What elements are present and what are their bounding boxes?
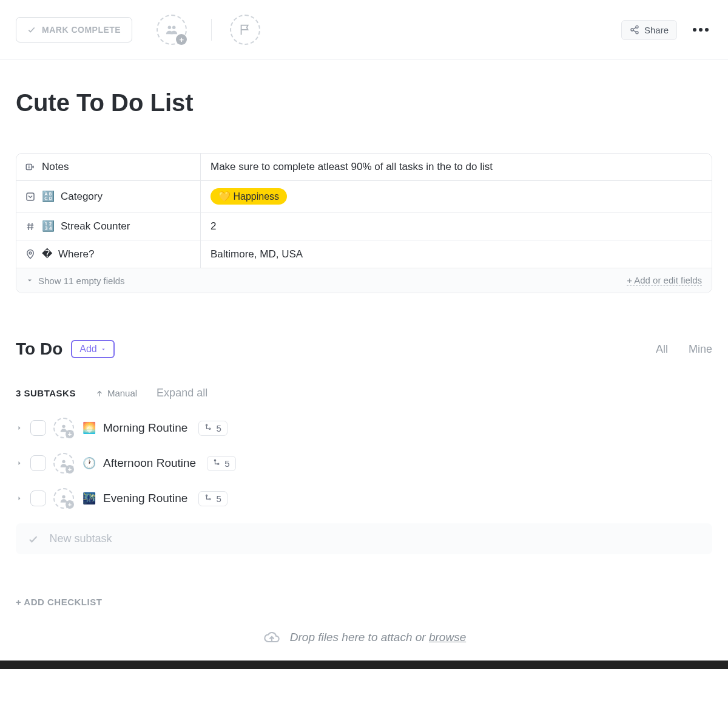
field-name: Notes: [42, 161, 69, 173]
check-icon: [27, 25, 36, 34]
location-icon: [25, 249, 36, 260]
field-value-where[interactable]: Baltimore, MD, USA: [201, 240, 712, 268]
task-emoji: 🕐: [83, 457, 96, 470]
task-emoji: 🌃: [83, 492, 96, 505]
flag-icon: [238, 23, 252, 36]
sort-button[interactable]: Manual: [95, 388, 137, 398]
tab-all[interactable]: All: [656, 343, 668, 356]
svg-point-4: [636, 32, 638, 34]
task-title: Afternoon Routine: [103, 457, 196, 470]
attachment-dropzone[interactable]: Drop files here to attach or browse: [0, 618, 728, 661]
assignee-button[interactable]: +: [53, 453, 74, 474]
subtask-count: 3 SUBTASKS: [16, 388, 76, 398]
add-checklist-button[interactable]: + ADD CHECKLIST: [0, 554, 728, 618]
dot-icon: [699, 28, 703, 32]
svg-rect-8: [27, 193, 34, 200]
task-row[interactable]: + 🌅 Morning Routine 5: [16, 410, 712, 446]
show-empty-fields-button[interactable]: Show 11 empty fields: [26, 276, 125, 286]
dot-icon: [705, 28, 709, 32]
list-header: To Do Add All Mine: [0, 293, 728, 359]
field-value-streak[interactable]: 2: [201, 212, 712, 240]
svg-point-3: [631, 29, 633, 31]
subtask-count-badge[interactable]: 5: [207, 456, 235, 471]
people-icon: [165, 23, 178, 36]
field-row-category: 🔠 Category 💛 Happiness: [16, 181, 712, 212]
field-label: Notes: [16, 154, 201, 180]
field-name: Where?: [58, 248, 95, 260]
category-pill: 💛 Happiness: [211, 188, 287, 205]
svg-rect-7: [26, 165, 32, 170]
caret-right-icon[interactable]: [16, 460, 23, 467]
field-emoji: 🔠: [42, 190, 55, 203]
task-row[interactable]: + 🌃 Evening Routine 5: [16, 481, 712, 516]
new-subtask-row[interactable]: [16, 523, 712, 554]
browse-link[interactable]: browse: [429, 631, 466, 644]
svg-line-6: [633, 30, 636, 32]
toolbar: MARK COMPLETE + Share: [0, 0, 728, 60]
plus-badge-icon: +: [66, 430, 74, 438]
field-label: 🔢 Streak Counter: [16, 212, 201, 240]
share-button[interactable]: Share: [621, 20, 677, 40]
subtask-count-badge[interactable]: 5: [198, 421, 227, 436]
count-value: 5: [224, 458, 229, 469]
assignee-button[interactable]: +: [53, 418, 74, 438]
new-subtask-input[interactable]: [49, 532, 700, 545]
field-emoji: 🔢: [42, 220, 55, 233]
svg-point-22: [209, 498, 211, 500]
plus-badge-icon: +: [66, 465, 74, 474]
mark-complete-label: MARK COMPLETE: [42, 25, 121, 35]
svg-point-20: [62, 495, 65, 498]
count-value: 5: [216, 423, 221, 433]
subtask-bar: 3 SUBTASKS Manual Expand all: [0, 359, 728, 410]
dot-icon: [693, 28, 696, 32]
svg-line-11: [29, 223, 29, 230]
svg-point-16: [209, 428, 211, 429]
svg-point-0: [168, 26, 172, 30]
field-label: 🔠 Category: [16, 181, 201, 212]
task-checkbox[interactable]: [30, 420, 46, 436]
mark-complete-button[interactable]: MARK COMPLETE: [16, 17, 132, 42]
dropzone-text: Drop files here to attach or browse: [290, 631, 466, 644]
list-title: To Do: [16, 339, 62, 359]
assignee-button[interactable]: +: [53, 488, 74, 509]
add-edit-fields-button[interactable]: + Add or edit fields: [627, 275, 702, 286]
custom-fields: Notes Make sure to complete atleast 90% …: [16, 153, 712, 293]
add-task-button[interactable]: Add: [71, 340, 114, 358]
svg-point-19: [218, 463, 219, 464]
field-row-streak: 🔢 Streak Counter 2: [16, 212, 712, 240]
text-icon: [25, 161, 36, 172]
cloud-upload-icon: [262, 629, 281, 646]
field-value-notes[interactable]: Make sure to complete atleast 90% of all…: [201, 154, 712, 180]
task-checkbox[interactable]: [30, 455, 46, 471]
svg-line-12: [32, 223, 32, 230]
caret-down-icon: [26, 277, 33, 284]
task-checkbox[interactable]: [30, 491, 46, 506]
flag-button[interactable]: [230, 15, 260, 45]
svg-point-17: [62, 460, 65, 463]
subtask-count-badge[interactable]: 5: [198, 491, 227, 506]
field-value-category[interactable]: 💛 Happiness: [201, 181, 712, 212]
task-title: Morning Routine: [103, 421, 187, 435]
svg-point-13: [29, 251, 32, 254]
arrow-up-icon: [95, 389, 104, 398]
task-emoji: 🌅: [83, 421, 96, 435]
field-name: Streak Counter: [61, 220, 130, 233]
add-label: Add: [79, 344, 96, 355]
expand-all-button[interactable]: Expand all: [157, 387, 207, 399]
tab-mine[interactable]: Mine: [689, 343, 712, 356]
caret-right-icon[interactable]: [16, 495, 23, 502]
plus-badge-icon: +: [176, 34, 187, 45]
add-people-button[interactable]: +: [157, 15, 187, 45]
more-menu-button[interactable]: [689, 24, 712, 35]
svg-point-2: [636, 25, 638, 28]
page-title[interactable]: Cute To Do List: [0, 60, 728, 153]
task-row[interactable]: + 🕐 Afternoon Routine 5: [16, 446, 712, 481]
dropdown-icon: [25, 191, 36, 202]
field-row-where: � Where? Baltimore, MD, USA: [16, 240, 712, 268]
count-value: 5: [216, 494, 221, 504]
svg-line-5: [633, 27, 636, 29]
field-label: � Where?: [16, 240, 201, 268]
svg-point-1: [172, 26, 176, 30]
caret-right-icon[interactable]: [16, 424, 23, 432]
subtask-icon: [213, 459, 221, 467]
